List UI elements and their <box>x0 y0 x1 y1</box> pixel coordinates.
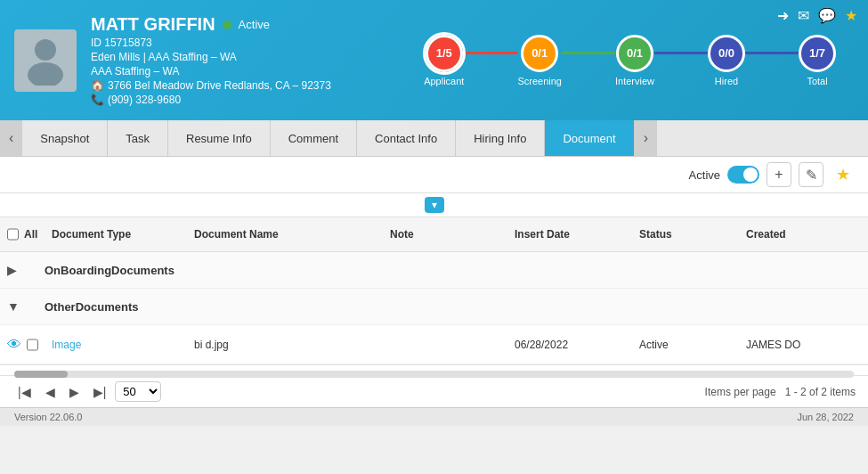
section-onboarding: ▶ OnBoardingDocuments <box>0 252 868 289</box>
scrollbar-track[interactable] <box>14 371 854 378</box>
total-circle: 1/7 <box>799 35 836 72</box>
col-doc-name: Document Name <box>187 225 383 244</box>
first-page-button[interactable]: |◀ <box>12 383 37 401</box>
dropdown-area: ▾ <box>0 193 868 217</box>
row-note <box>383 341 507 348</box>
status-dot <box>223 20 231 29</box>
applicant-label: Applicant <box>424 76 464 86</box>
document-table: All Document Type Document Name Note Ins… <box>0 217 868 364</box>
version-label: Version 22.06.0 <box>14 412 82 422</box>
tab-next-button[interactable]: › <box>635 120 657 156</box>
pipeline-interview[interactable]: 0/1 Interview <box>615 35 654 86</box>
active-toggle[interactable] <box>727 166 759 184</box>
onboarding-toggle[interactable]: ▶ <box>0 259 45 281</box>
all-label: All <box>24 228 37 241</box>
pipeline-hired[interactable]: 0/0 Hired <box>708 35 745 86</box>
user-name: MATT GRIFFIN <box>91 14 215 35</box>
user-company-text: Eden Mills | AAA Staffing – WA <box>91 51 237 63</box>
user-phone-row: 📞 (909) 328-9680 <box>91 94 424 106</box>
user-phone: (909) 328-9680 <box>108 94 181 106</box>
tab-comment[interactable]: Comment <box>271 120 357 156</box>
last-page-button[interactable]: ▶| <box>88 383 112 401</box>
line-3 <box>654 52 708 54</box>
row-checkbox[interactable] <box>27 339 38 351</box>
row-doc-name: bi d.jpg <box>187 335 383 355</box>
row-insert-date: 06/28/2022 <box>507 335 632 355</box>
user-id: ID 15715873 <box>91 37 424 49</box>
table-header: All Document Type Document Name Note Ins… <box>0 217 868 252</box>
select-all-checkbox[interactable] <box>7 228 19 241</box>
add-button[interactable]: + <box>767 162 791 187</box>
pagination: |◀ ◀ ▶ ▶| 50 25 100 Items per page 1 - 2… <box>0 375 868 407</box>
col-insert-date: Insert Date <box>507 225 632 244</box>
pipeline-screening[interactable]: 0/1 Screening <box>517 35 562 86</box>
page-controls: |◀ ◀ ▶ ▶| 50 25 100 <box>12 381 161 402</box>
user-company2: AAA Staffing – WA <box>91 65 424 78</box>
tab-document[interactable]: Document <box>545 120 634 156</box>
scrollbar-thumb[interactable] <box>14 371 68 378</box>
tab-hiring-info[interactable]: Hiring Info <box>456 120 545 156</box>
screening-circle: 0/1 <box>521 35 558 72</box>
line-1 <box>464 52 517 54</box>
pipeline: 1/5 Applicant 0/1 Screening 0/1 Intervie… <box>424 35 854 86</box>
onboarding-name: OnBoardingDocuments <box>45 264 868 277</box>
row-status: Active <box>632 335 739 355</box>
total-label: Total <box>807 76 827 86</box>
tab-task[interactable]: Task <box>108 120 168 156</box>
row-actions: 👁 <box>0 333 45 356</box>
user-status: Active <box>239 18 270 31</box>
header-checkbox-cell[interactable]: All <box>0 225 45 244</box>
tab-prev-button[interactable]: ‹ <box>0 120 22 156</box>
otherdocs-toggle[interactable]: ▼ <box>0 296 45 317</box>
user-company2-text: AAA Staffing – WA <box>91 65 179 78</box>
pipeline-total[interactable]: 1/7 Total <box>799 35 836 86</box>
tab-resume-info[interactable]: Resume Info <box>168 120 271 156</box>
user-address: 3766 Bel Meadow Drive Redlands, CA – 923… <box>108 79 331 92</box>
items-info: Items per page 1 - 2 of 2 items <box>705 386 856 398</box>
svg-point-0 <box>35 39 56 61</box>
view-icon[interactable]: 👁 <box>7 337 21 353</box>
pipeline-applicant[interactable]: 1/5 Applicant <box>424 35 464 86</box>
col-doc-type: Document Type <box>45 225 187 244</box>
col-status: Status <box>632 225 739 244</box>
page-size-select[interactable]: 50 25 100 <box>115 381 161 402</box>
next-page-button[interactable]: ▶ <box>64 383 85 401</box>
row-doc-type[interactable]: Image <box>45 335 187 355</box>
interview-circle: 0/1 <box>616 35 653 72</box>
arrow-icon[interactable]: ➜ <box>777 7 789 24</box>
user-address-row: 🏠 3766 Bel Meadow Drive Redlands, CA – 9… <box>91 79 424 92</box>
row-created: JAMES DO <box>739 335 846 355</box>
user-name-row: MATT GRIFFIN Active <box>91 14 424 35</box>
hired-label: Hired <box>715 76 738 86</box>
dropdown-button[interactable]: ▾ <box>425 197 444 213</box>
user-info: MATT GRIFFIN Active ID 15715873 Eden Mil… <box>91 14 424 106</box>
tab-snapshot[interactable]: Snapshot <box>22 120 108 156</box>
user-company: Eden Mills | AAA Staffing – WA <box>91 51 424 63</box>
footer-date: Jun 28, 2022 <box>797 412 854 422</box>
toolbar: Active + ✎ ★ <box>0 157 868 193</box>
edit-button[interactable]: ✎ <box>799 162 823 187</box>
line-2 <box>562 52 615 54</box>
tabs-bar: ‹ Snapshot Task Resume Info Comment Cont… <box>0 120 868 157</box>
col-note: Note <box>383 225 507 244</box>
table-row: 👁 Image bi d.jpg 06/28/2022 Active JAMES… <box>0 325 868 364</box>
scrollbar-area[interactable] <box>0 364 868 375</box>
mail-icon[interactable]: ✉ <box>798 7 809 24</box>
home-icon: 🏠 <box>91 79 104 92</box>
section-otherdocs: ▼ OtherDocuments <box>0 289 868 325</box>
bottom-bar: Version 22.06.0 Jun 28, 2022 <box>0 407 868 426</box>
line-4 <box>745 52 799 54</box>
tab-contact-info[interactable]: Contact Info <box>357 120 456 156</box>
favorite-button[interactable]: ★ <box>831 162 856 187</box>
items-per-page-label: Items per page <box>705 386 776 398</box>
svg-point-1 <box>28 62 63 86</box>
interview-label: Interview <box>615 76 654 86</box>
header: ➜ ✉ 💬 ★ MATT GRIFFIN Active ID 15715873 … <box>0 0 868 120</box>
items-count: 1 - 2 of 2 items <box>785 386 856 398</box>
applicant-circle: 1/5 <box>426 35 463 72</box>
header-icons: ➜ ✉ 💬 ★ <box>777 7 857 24</box>
otherdocs-name: OtherDocuments <box>45 300 868 314</box>
message-icon[interactable]: 💬 <box>818 7 836 24</box>
header-star-icon[interactable]: ★ <box>845 7 857 24</box>
prev-page-button[interactable]: ◀ <box>40 383 61 401</box>
